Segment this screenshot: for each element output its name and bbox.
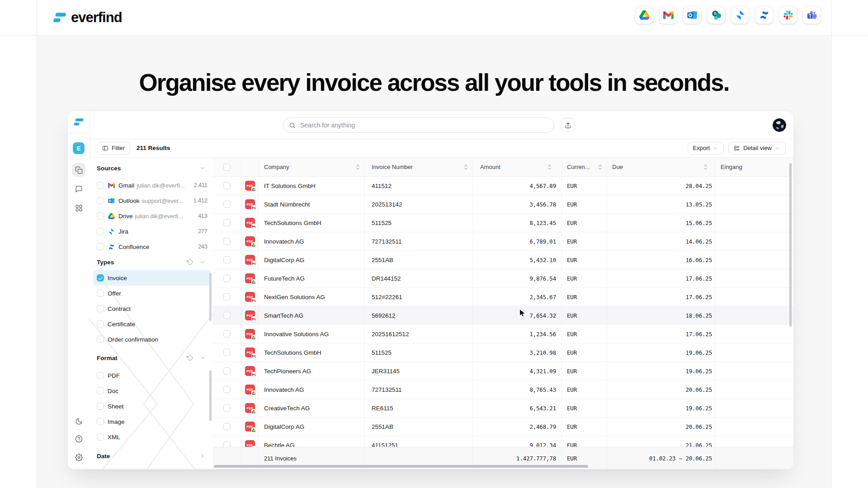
- select-all-checkbox[interactable]: [223, 164, 231, 171]
- export-button[interactable]: Export: [688, 142, 724, 155]
- rail-item-apps[interactable]: [72, 201, 85, 215]
- checkbox[interactable]: [97, 197, 104, 204]
- rail-item-settings[interactable]: [72, 450, 85, 464]
- checkbox[interactable]: [97, 212, 104, 220]
- checkbox[interactable]: [97, 228, 104, 235]
- row-checkbox[interactable]: [223, 386, 231, 393]
- app-tile[interactable]: [803, 6, 821, 24]
- scrollbar-thumb[interactable]: [209, 273, 212, 321]
- type-item[interactable]: Contract: [93, 301, 211, 316]
- row-checkbox[interactable]: [223, 219, 231, 226]
- search-input[interactable]: [299, 121, 548, 129]
- row-checkbox[interactable]: [223, 201, 231, 208]
- table-row[interactable]: PDF CreativeTech AG RE6115 6,543.21 EUR: [213, 399, 793, 418]
- rail-logo[interactable]: [68, 111, 90, 133]
- view-mode-button[interactable]: Detail view: [728, 142, 786, 155]
- checkbox[interactable]: [97, 290, 104, 297]
- table-row[interactable]: PDF IT Solutions GmbH 411512 4,567.89 EU…: [213, 177, 793, 195]
- horizontal-scrollbar[interactable]: [214, 465, 588, 468]
- table-row[interactable]: PDF Stadt Nümbrecht 202513142 3,456.78 E…: [213, 195, 793, 214]
- rail-item-documents[interactable]: [72, 163, 85, 177]
- checkbox[interactable]: [97, 274, 104, 282]
- scrollbar-thumb[interactable]: [209, 370, 212, 421]
- table-row[interactable]: PDF NextGen Solutions AG 512#22261 2,345…: [213, 288, 793, 306]
- row-checkbox[interactable]: [223, 275, 231, 282]
- app-tile[interactable]: [707, 6, 725, 24]
- row-checkbox[interactable]: [223, 256, 231, 263]
- checkbox[interactable]: [97, 418, 104, 425]
- source-item[interactable]: Jira 277: [93, 224, 211, 239]
- checkbox[interactable]: [97, 336, 104, 343]
- row-checkbox[interactable]: [223, 423, 231, 430]
- app-tile[interactable]: [659, 6, 677, 24]
- sort-icon[interactable]: [703, 164, 708, 171]
- reset-icon[interactable]: [187, 259, 193, 265]
- format-item[interactable]: Doc: [93, 383, 211, 399]
- teams-icon: [807, 10, 817, 20]
- app-tile[interactable]: [635, 6, 653, 24]
- search-bar[interactable]: [283, 117, 554, 133]
- vertical-scrollbar[interactable]: [789, 163, 792, 327]
- table-row[interactable]: PDF TechSolutions GmbH 511525 3,210.98 E…: [213, 343, 793, 362]
- type-item[interactable]: Offer: [93, 286, 211, 301]
- table-row[interactable]: PDF DigitalCorp AG 2551AB 5,432.10 EUR 1: [213, 251, 793, 269]
- date-section-header[interactable]: Date: [90, 449, 213, 463]
- app-tile[interactable]: [779, 6, 797, 24]
- rail-item-chat[interactable]: [72, 182, 85, 196]
- row-checkbox[interactable]: [223, 349, 231, 356]
- checkbox[interactable]: [97, 433, 104, 441]
- filter-button[interactable]: Filter: [97, 142, 130, 155]
- checkbox[interactable]: [97, 372, 104, 379]
- sort-icon[interactable]: [547, 164, 552, 171]
- type-item[interactable]: Certificate: [93, 316, 211, 332]
- app-tile[interactable]: [755, 6, 773, 24]
- row-checkbox[interactable]: [223, 312, 231, 319]
- sort-icon[interactable]: [355, 164, 360, 171]
- format-item[interactable]: PDF: [93, 368, 211, 383]
- format-item[interactable]: Sheet: [93, 399, 211, 414]
- table-row[interactable]: PDF TechPioneers AG JER31145 4,321.09 EU…: [213, 362, 793, 380]
- types-section-header[interactable]: Types: [90, 255, 213, 269]
- upload-button[interactable]: [561, 118, 575, 132]
- sources-section-header[interactable]: Sources: [90, 161, 213, 175]
- brand-logo[interactable]: everfind: [52, 0, 122, 35]
- source-item[interactable]: Gmail julian.dik@everfi... 2.411: [93, 178, 211, 193]
- workspace-badge[interactable]: E: [73, 142, 85, 154]
- reset-icon[interactable]: [187, 355, 193, 361]
- type-item[interactable]: Order confirmation: [93, 332, 211, 347]
- checkbox[interactable]: [97, 305, 104, 312]
- table-row[interactable]: PDF SmartTech AG 5692612 7,654.32 EUR 18: [213, 306, 793, 325]
- source-item[interactable]: Drive julian.dik@everfi... 413: [93, 208, 211, 224]
- format-section-header[interactable]: Format: [90, 351, 213, 365]
- type-item[interactable]: Invoice: [93, 270, 211, 286]
- table-row[interactable]: PDF TechSolutions GmbH 511525 8,123.45 E…: [213, 214, 793, 232]
- rail-item-dark-mode[interactable]: [72, 414, 85, 428]
- avatar[interactable]: [773, 118, 786, 132]
- source-item[interactable]: Confluence 243: [93, 239, 211, 254]
- filter-label: Filter: [112, 145, 125, 151]
- row-checkbox[interactable]: [223, 238, 231, 245]
- rail-item-help[interactable]: [72, 432, 85, 446]
- checkbox[interactable]: [97, 243, 104, 250]
- table-row[interactable]: PDF DigitalCorp AG 2551AB 2,468.79 EUR 2: [213, 418, 793, 436]
- format-item[interactable]: Image: [93, 414, 211, 429]
- table-row[interactable]: PDF Innovatech AG 727132511 6,789.01 EUR: [213, 232, 793, 251]
- table-row[interactable]: PDF Innovative Solutions AG 20251612512 …: [213, 325, 793, 343]
- sort-icon[interactable]: [463, 164, 468, 171]
- table-row[interactable]: PDF FutureTech AG DR144152 9,876.54 EUR: [213, 269, 793, 288]
- checkbox[interactable]: [97, 320, 104, 328]
- format-item[interactable]: XML: [93, 429, 211, 445]
- row-checkbox[interactable]: [223, 330, 231, 338]
- row-checkbox[interactable]: [223, 182, 231, 189]
- app-tile[interactable]: [683, 6, 701, 24]
- row-checkbox[interactable]: [223, 293, 231, 300]
- checkbox[interactable]: [97, 403, 104, 410]
- source-item[interactable]: Outlook support@ever... 1.412: [93, 193, 211, 208]
- row-checkbox[interactable]: [223, 404, 231, 412]
- table-row[interactable]: PDF Innovatech AG 727132511 8,765.43 EUR: [213, 380, 793, 399]
- checkbox[interactable]: [97, 182, 104, 189]
- row-checkbox[interactable]: [223, 367, 231, 375]
- sort-icon[interactable]: [598, 164, 603, 171]
- checkbox[interactable]: [97, 387, 104, 394]
- app-tile[interactable]: [731, 6, 749, 24]
